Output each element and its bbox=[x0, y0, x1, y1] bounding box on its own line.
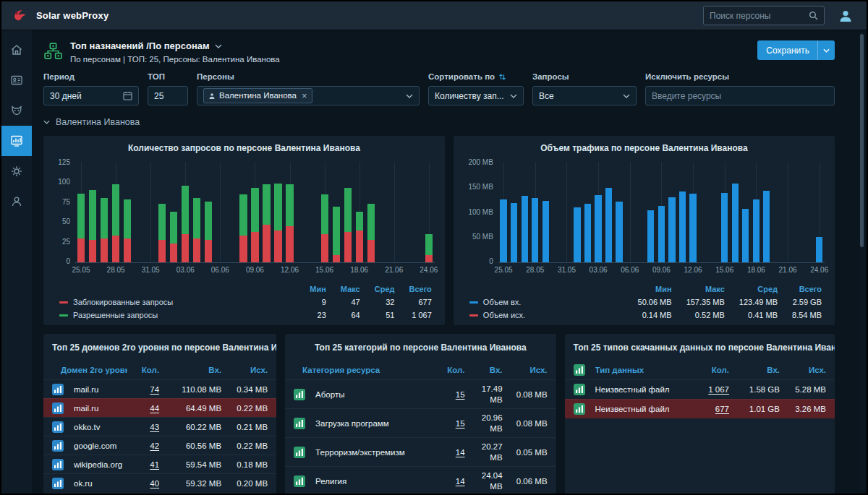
bar-06.06[interactable] bbox=[624, 162, 635, 262]
resource-name-link[interactable]: okko.tv bbox=[74, 423, 127, 431]
sort-arrows-icon[interactable] bbox=[498, 73, 506, 81]
bar-16.06[interactable] bbox=[331, 162, 342, 262]
resource-name-link[interactable]: wikipedia.org bbox=[74, 460, 127, 469]
bar-04.06[interactable] bbox=[603, 162, 614, 262]
table-row[interactable]: mail.ru4464.49 MB0.22 MB bbox=[43, 398, 276, 417]
person-section-header[interactable]: Валентина Иванова bbox=[32, 117, 867, 136]
bar-08.06[interactable] bbox=[646, 162, 657, 262]
save-dropdown-caret-icon[interactable] bbox=[818, 48, 835, 53]
bar-21.06[interactable] bbox=[783, 162, 793, 262]
bar-13.06[interactable] bbox=[698, 162, 709, 262]
request-count-link[interactable]: 14 bbox=[446, 477, 465, 486]
table-row[interactable]: Аборты1517.49 MB0.08 MB bbox=[285, 379, 556, 408]
resource-name-link[interactable]: mail.ru bbox=[74, 385, 127, 394]
bar-22.06[interactable] bbox=[400, 162, 412, 262]
table-row[interactable]: Неизвестный файл6771.01 GB3.26 MB bbox=[565, 399, 835, 418]
bar-16.06[interactable] bbox=[730, 162, 741, 262]
bar-31.05[interactable] bbox=[145, 162, 156, 262]
bar-14.06[interactable] bbox=[307, 162, 319, 262]
bar-18.06[interactable] bbox=[751, 162, 762, 262]
remove-person-icon[interactable]: × bbox=[302, 91, 307, 100]
scrollbar[interactable] bbox=[859, 32, 864, 491]
resource-name-link[interactable]: mail.ru bbox=[74, 404, 127, 413]
requests-select[interactable]: Все bbox=[532, 86, 637, 106]
bar-07.06[interactable] bbox=[226, 162, 237, 262]
resource-name-link[interactable]: Загрузка программ bbox=[315, 419, 440, 428]
sidebar-item-reports[interactable] bbox=[1, 126, 32, 156]
bar-23.06[interactable] bbox=[412, 162, 423, 262]
bar-11.06[interactable] bbox=[273, 162, 284, 262]
resource-name-link[interactable]: ok.ru bbox=[74, 479, 127, 488]
bar-10.06[interactable] bbox=[667, 162, 678, 262]
bar-26.05[interactable] bbox=[509, 162, 519, 262]
bar-28.05[interactable] bbox=[110, 162, 122, 262]
table-row[interactable]: Загрузка программ1520.96 MB0.08 MB bbox=[285, 408, 556, 437]
top-input[interactable]: 25 bbox=[148, 86, 188, 106]
bar-03.06[interactable] bbox=[179, 162, 191, 262]
request-count-link[interactable]: 41 bbox=[133, 460, 159, 469]
bar-30.05[interactable] bbox=[133, 162, 145, 262]
bar-07.06[interactable] bbox=[635, 162, 646, 262]
bar-09.06[interactable] bbox=[656, 162, 667, 262]
request-count-link[interactable]: 15 bbox=[446, 419, 465, 428]
bar-06.06[interactable] bbox=[214, 162, 226, 262]
table-row[interactable]: Терроризм/экстремизм1420.27 MB0.05 MB bbox=[285, 437, 556, 466]
request-count-link[interactable]: 1 067 bbox=[693, 385, 729, 394]
bar-10.06[interactable] bbox=[261, 162, 273, 262]
save-button[interactable]: Сохранить bbox=[757, 40, 835, 60]
persons-select[interactable]: Валентина Иванова × bbox=[197, 86, 420, 106]
resource-name-link[interactable]: Терроризм/экстремизм bbox=[315, 448, 440, 457]
bar-14.06[interactable] bbox=[709, 162, 720, 262]
bar-25.05[interactable] bbox=[498, 162, 509, 262]
bar-23.06[interactable] bbox=[804, 162, 814, 262]
bar-01.06[interactable] bbox=[572, 162, 583, 262]
request-count-link[interactable]: 15 bbox=[446, 390, 465, 399]
table-row[interactable]: wikipedia.org4159.54 MB0.18 MB bbox=[43, 455, 276, 473]
request-count-link[interactable]: 677 bbox=[693, 405, 729, 413]
table-row[interactable]: Религия1424.04 MB0.06 MB bbox=[285, 466, 556, 494]
request-count-link[interactable]: 14 bbox=[446, 448, 465, 457]
bar-31.05[interactable] bbox=[561, 162, 572, 262]
resource-name-link[interactable]: Религия bbox=[315, 477, 440, 486]
bar-17.06[interactable] bbox=[740, 162, 751, 262]
bar-20.06[interactable] bbox=[377, 162, 388, 262]
sidebar-item-home[interactable] bbox=[1, 35, 32, 65]
bar-27.05[interactable] bbox=[519, 162, 530, 262]
sort-select[interactable]: Количеству зап... bbox=[428, 86, 524, 106]
bar-17.06[interactable] bbox=[342, 162, 354, 262]
bar-03.06[interactable] bbox=[593, 162, 604, 262]
table-row[interactable]: Неизвестный файл1 0671.58 GB5.28 MB bbox=[565, 379, 835, 399]
bar-29.05[interactable] bbox=[122, 162, 133, 262]
bar-15.06[interactable] bbox=[319, 162, 331, 262]
bar-18.06[interactable] bbox=[354, 162, 365, 262]
person-chip[interactable]: Валентина Иванова × bbox=[203, 88, 312, 103]
table-row[interactable]: okko.tv4360.22 MB0.21 MB bbox=[43, 417, 276, 436]
request-count-link[interactable]: 40 bbox=[133, 479, 159, 488]
bar-30.05[interactable] bbox=[551, 162, 562, 262]
table-row[interactable]: ok.ru4059.32 MB0.20 MB bbox=[43, 473, 276, 492]
bar-27.05[interactable] bbox=[98, 162, 110, 262]
bar-12.06[interactable] bbox=[688, 162, 699, 262]
sidebar-item-persons[interactable] bbox=[1, 65, 32, 95]
sidebar-item-admin[interactable] bbox=[1, 186, 32, 217]
request-count-link[interactable]: 74 bbox=[133, 385, 159, 394]
bar-24.06[interactable] bbox=[423, 162, 435, 262]
bar-05.06[interactable] bbox=[614, 162, 625, 262]
report-title-dropdown[interactable]: Топ назначений /По персонам bbox=[70, 40, 280, 51]
resource-name-link[interactable]: google.com bbox=[74, 442, 127, 450]
resource-name-link[interactable]: Аборты bbox=[315, 390, 440, 399]
exclude-resources-input[interactable] bbox=[652, 91, 828, 101]
bar-02.06[interactable] bbox=[582, 162, 593, 262]
bar-13.06[interactable] bbox=[296, 162, 307, 262]
bar-29.05[interactable] bbox=[540, 162, 551, 262]
bar-20.06[interactable] bbox=[772, 162, 783, 262]
bar-04.06[interactable] bbox=[191, 162, 203, 262]
bar-12.06[interactable] bbox=[284, 162, 296, 262]
bar-02.06[interactable] bbox=[168, 162, 179, 262]
period-input[interactable]: 30 дней bbox=[43, 86, 139, 106]
scrollbar-thumb[interactable] bbox=[860, 34, 864, 247]
bar-25.05[interactable] bbox=[75, 162, 87, 262]
exclude-resources-field[interactable] bbox=[645, 86, 835, 106]
bar-28.05[interactable] bbox=[529, 162, 540, 262]
bar-19.06[interactable] bbox=[365, 162, 377, 262]
